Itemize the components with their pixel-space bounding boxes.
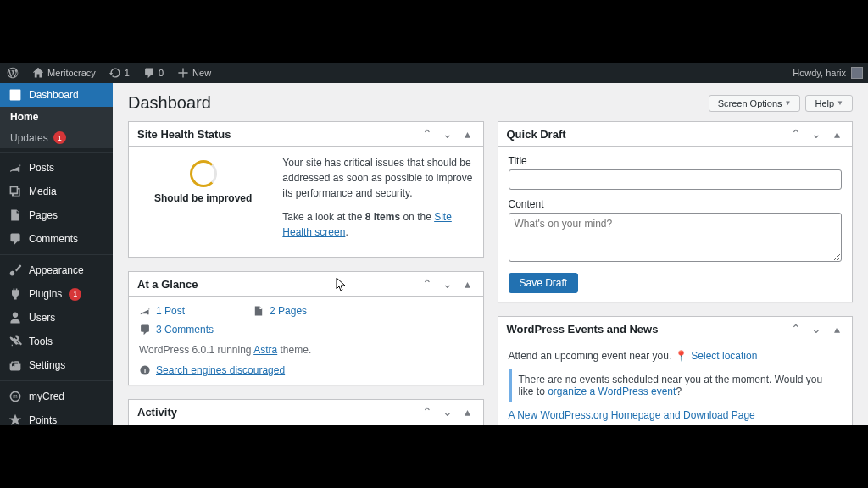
toggle-button[interactable]: ▴ <box>830 322 843 336</box>
screen-options-button[interactable]: Screen Options▼ <box>709 95 801 112</box>
glance-comments-link[interactable]: 3 Comments <box>139 324 473 336</box>
move-up-button[interactable]: ⌃ <box>789 322 803 336</box>
glance-pages-link[interactable]: 2 Pages <box>253 305 307 317</box>
sidebar-item-comments[interactable]: Comments <box>0 227 113 251</box>
sidebar-item-tools[interactable]: Tools <box>0 330 113 353</box>
location-icon: 📍 <box>675 350 687 362</box>
site-name-label: Meritocracy <box>47 68 96 78</box>
admin-sidebar: Dashboard Home Updates 1 Posts Media Pag… <box>0 83 113 425</box>
plugin-icon <box>8 287 22 301</box>
updates-indicator[interactable]: 1 <box>103 63 136 83</box>
brush-icon <box>8 263 22 277</box>
menu-separator <box>0 251 113 255</box>
plus-icon <box>177 67 189 79</box>
chevron-down-icon: ▼ <box>837 99 843 107</box>
move-up-button[interactable]: ⌃ <box>420 127 434 141</box>
content-label: Content <box>509 198 843 210</box>
move-down-button[interactable]: ⌄ <box>810 127 823 141</box>
comments-indicator[interactable]: 0 <box>136 63 170 83</box>
refresh-icon <box>109 67 121 79</box>
toggle-button[interactable]: ▴ <box>461 405 475 419</box>
new-label: New <box>192 68 211 78</box>
comment-icon <box>139 324 151 336</box>
move-down-button[interactable]: ⌄ <box>441 127 454 141</box>
attend-text: Attend an upcoming event near you. <box>509 350 672 362</box>
sidebar-item-mycred[interactable]: m myCred <box>0 385 113 408</box>
help-button[interactable]: Help▼ <box>805 95 853 112</box>
sidebar-sub-updates[interactable]: Updates 1 <box>0 127 113 148</box>
menu-separator <box>0 377 113 381</box>
move-down-button[interactable]: ⌄ <box>441 277 454 291</box>
sidebar-item-posts[interactable]: Posts <box>0 156 113 180</box>
info-icon: i <box>139 364 151 376</box>
move-down-button[interactable]: ⌄ <box>810 322 823 336</box>
sidebar-item-dashboard[interactable]: Dashboard <box>0 83 113 107</box>
dashboard-icon <box>8 88 22 102</box>
toggle-button[interactable]: ▴ <box>461 127 475 141</box>
avatar[interactable] <box>851 67 863 79</box>
health-indicator-icon <box>190 160 217 187</box>
sidebar-item-appearance[interactable]: Appearance <box>0 258 113 282</box>
chevron-down-icon: ▼ <box>785 99 792 107</box>
pin-icon <box>8 161 22 175</box>
move-up-button[interactable]: ⌃ <box>420 277 434 291</box>
mycred-icon: m <box>8 390 22 403</box>
content-area: Dashboard Screen Options▼ Help▼ Site Hea… <box>113 83 868 425</box>
health-items-text: Take a look at the 8 items on the Site H… <box>282 209 472 240</box>
updates-badge: 1 <box>53 131 66 144</box>
comment-icon <box>143 67 155 79</box>
select-location-link[interactable]: Select location <box>691 350 757 362</box>
events-news-widget: WordPress Events and News ⌃ ⌄ ▴ Attend a… <box>498 316 854 425</box>
seo-discouraged-link[interactable]: Search engines discouraged <box>156 364 285 376</box>
page-title: Dashboard <box>128 93 211 113</box>
sidebar-item-pages[interactable]: Pages <box>0 203 113 227</box>
title-label: Title <box>509 155 843 167</box>
draft-title-input[interactable] <box>509 169 843 190</box>
site-health-widget: Site Health Status ⌃ ⌄ ▴ Should be impro… <box>128 121 484 258</box>
quick-draft-widget: Quick Draft ⌃ ⌄ ▴ Title Content Save Dra… <box>498 121 854 302</box>
health-description: Your site has critical issues that shoul… <box>282 155 472 201</box>
sidebar-sub-home[interactable]: Home <box>0 107 113 127</box>
page-icon <box>8 208 22 222</box>
settings-icon <box>8 358 22 372</box>
sidebar-item-users[interactable]: Users <box>0 306 113 330</box>
wordpress-icon <box>7 67 19 79</box>
move-up-button[interactable]: ⌃ <box>420 405 434 419</box>
widget-title: WordPress Events and News <box>507 323 659 336</box>
updates-count: 1 <box>125 68 130 78</box>
theme-link[interactable]: Astra <box>253 344 277 356</box>
tools-icon <box>8 335 22 348</box>
sidebar-item-settings[interactable]: Settings <box>0 353 113 377</box>
svg-text:m: m <box>13 393 17 399</box>
pin-icon <box>139 305 151 317</box>
health-status-label: Should be improved <box>154 192 252 204</box>
svg-text:i: i <box>144 367 146 374</box>
glance-posts-link[interactable]: 1 Post <box>139 305 185 317</box>
toggle-button[interactable]: ▴ <box>830 127 843 141</box>
home-icon <box>32 67 44 79</box>
page-icon <box>253 305 264 317</box>
sidebar-item-plugins[interactable]: Plugins 1 <box>0 282 113 306</box>
new-content[interactable]: New <box>170 63 218 83</box>
move-down-button[interactable]: ⌄ <box>441 405 454 419</box>
sidebar-item-points[interactable]: Points <box>0 408 113 425</box>
comments-icon <box>8 232 22 246</box>
site-name[interactable]: Meritocracy <box>25 63 103 83</box>
save-draft-button[interactable]: Save Draft <box>509 273 579 293</box>
move-up-button[interactable]: ⌃ <box>789 127 803 141</box>
widget-title: At a Glance <box>137 278 198 291</box>
star-icon <box>8 413 22 425</box>
toggle-button[interactable]: ▴ <box>461 277 475 291</box>
no-events-notice: There are no events scheduled near you a… <box>509 369 843 402</box>
howdy-text[interactable]: Howdy, harix <box>793 68 846 78</box>
sidebar-item-media[interactable]: Media <box>0 180 113 203</box>
widget-title: Quick Draft <box>507 128 566 141</box>
news-link[interactable]: A New WordPress.org Homepage and Downloa… <box>509 409 755 421</box>
menu-separator <box>0 148 113 152</box>
version-text: WordPress 6.0.1 running Astra theme. <box>139 344 473 356</box>
draft-content-textarea[interactable] <box>509 213 843 262</box>
organize-event-link[interactable]: organize a WordPress event <box>548 385 676 397</box>
user-icon <box>8 311 22 324</box>
wp-logo[interactable] <box>0 63 25 83</box>
media-icon <box>8 185 22 198</box>
